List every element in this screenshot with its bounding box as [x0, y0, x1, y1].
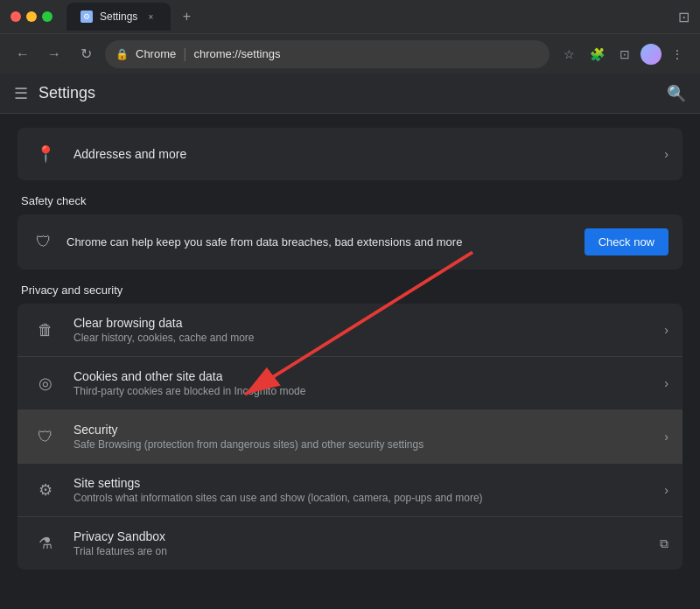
addresses-title: Addresses and more — [74, 147, 664, 161]
clear-browsing-subtitle: Clear history, cookies, cache and more — [74, 332, 664, 344]
site-settings-icon: ⚙ — [32, 476, 60, 504]
safety-check-text: Chrome can help keep you safe from data … — [66, 235, 574, 248]
nav-bar: ← → ↻ 🔒 Chrome | chrome://settings ☆ 🧩 ⊡… — [0, 33, 700, 74]
tab-close-button[interactable]: × — [144, 10, 157, 23]
forward-button[interactable]: → — [42, 42, 66, 66]
privacy-sandbox-text: Privacy Sandbox Trial features are on — [74, 529, 660, 557]
addresses-row[interactable]: 📍 Addresses and more › — [18, 128, 682, 180]
site-settings-title: Site settings — [74, 476, 664, 490]
new-tab-button[interactable]: + — [176, 6, 197, 27]
cast-button[interactable]: ⊡ — [612, 42, 637, 66]
privacy-security-card: 🗑 Clear browsing data Clear history, coo… — [18, 304, 682, 570]
main-content: 📍 Addresses and more › Safety check 🛡 Ch… — [0, 114, 700, 609]
security-shield-icon: 🛡 — [32, 423, 60, 451]
privacy-sandbox-subtitle: Trial features are on — [74, 545, 660, 557]
tab-label: Settings — [100, 10, 137, 23]
search-settings-button[interactable]: 🔍 — [667, 84, 686, 103]
site-settings-row[interactable]: ⚙ Site settings Controls what informatio… — [18, 464, 682, 517]
traffic-lights — [10, 11, 52, 22]
clear-browsing-text: Clear browsing data Clear history, cooki… — [74, 316, 664, 344]
clear-browsing-title: Clear browsing data — [74, 316, 664, 330]
cookies-title: Cookies and other site data — [74, 369, 664, 383]
chrome-menu-button[interactable]: ⋮ — [665, 42, 690, 66]
privacy-sandbox-title: Privacy Sandbox — [74, 529, 660, 543]
trash-icon: 🗑 — [32, 316, 60, 344]
title-bar: ⚙ Settings × + ⊡ — [0, 0, 700, 33]
maximize-button[interactable] — [42, 11, 52, 22]
address-site: Chrome — [136, 47, 176, 60]
address-url: chrome://settings — [193, 47, 280, 60]
settings-header: ☰ Settings 🔍 — [0, 74, 700, 114]
chrome-menu-icon[interactable]: ⊡ — [678, 9, 690, 25]
address-bar[interactable]: 🔒 Chrome | chrome://settings — [105, 40, 550, 68]
clear-browsing-row[interactable]: 🗑 Clear browsing data Clear history, coo… — [18, 304, 682, 357]
addresses-text: Addresses and more — [74, 147, 664, 161]
cookies-subtitle: Third-party cookies are blocked in Incog… — [74, 385, 664, 397]
bookmark-button[interactable]: ☆ — [556, 42, 581, 66]
site-settings-text: Site settings Controls what information … — [74, 476, 664, 504]
settings-page-title: Settings — [38, 84, 95, 102]
safety-check-section-label: Safety check — [18, 194, 682, 207]
security-title: Security — [74, 423, 664, 437]
site-settings-subtitle: Controls what information sites can use … — [74, 492, 664, 504]
privacy-security-section-label: Privacy and security — [18, 284, 682, 297]
safety-check-card: 🛡 Chrome can help keep you safe from dat… — [18, 214, 682, 270]
close-button[interactable] — [10, 11, 21, 22]
back-button[interactable]: ← — [10, 42, 35, 66]
tab-favicon: ⚙ — [80, 10, 93, 23]
addresses-chevron-icon: › — [664, 147, 668, 161]
addresses-card: 📍 Addresses and more › — [18, 128, 682, 180]
privacy-sandbox-row[interactable]: ⚗ Privacy Sandbox Trial features are on … — [18, 517, 682, 570]
security-text: Security Safe Browsing (protection from … — [74, 423, 664, 451]
clear-browsing-chevron-icon: › — [664, 323, 668, 337]
tab-area: ⚙ Settings × + — [66, 3, 197, 31]
security-subtitle: Safe Browsing (protection from dangerous… — [74, 438, 664, 451]
privacy-sandbox-icon: ⚗ — [32, 529, 60, 557]
privacy-sandbox-external-icon: ⧉ — [660, 536, 668, 551]
cookie-icon: ◎ — [32, 369, 60, 397]
cookies-chevron-icon: › — [664, 376, 668, 390]
security-row[interactable]: 🛡 Security Safe Browsing (protection fro… — [18, 410, 682, 464]
nav-actions: ☆ 🧩 ⊡ ⋮ — [556, 42, 690, 66]
reload-button[interactable]: ↻ — [74, 42, 98, 66]
location-icon: 📍 — [32, 140, 60, 168]
content-wrapper: 📍 Addresses and more › Safety check 🛡 Ch… — [18, 128, 682, 570]
security-chevron-icon: › — [664, 430, 668, 444]
lock-icon: 🔒 — [116, 48, 129, 60]
minimize-button[interactable] — [26, 11, 37, 22]
extensions-button[interactable]: 🧩 — [584, 42, 609, 66]
address-separator: | — [183, 46, 186, 62]
site-settings-chevron-icon: › — [664, 483, 668, 497]
cookies-row[interactable]: ◎ Cookies and other site data Third-part… — [18, 357, 682, 410]
hamburger-menu-icon[interactable]: ☰ — [14, 84, 28, 103]
safety-shield-icon: 🛡 — [32, 230, 56, 255]
cookies-text: Cookies and other site data Third-party … — [74, 369, 664, 397]
profile-avatar[interactable] — [640, 44, 662, 65]
active-tab[interactable]: ⚙ Settings × — [66, 3, 171, 31]
check-now-button[interactable]: Check now — [584, 228, 668, 256]
